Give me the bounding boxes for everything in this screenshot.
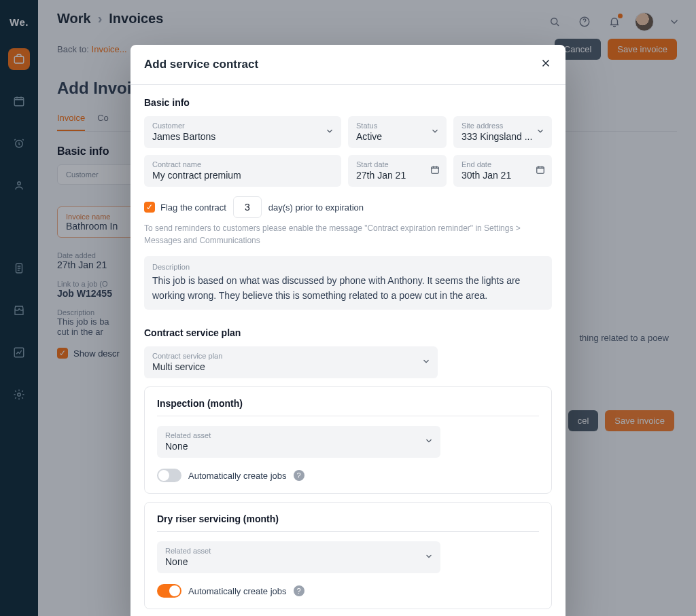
divider <box>157 531 539 532</box>
svg-rect-10 <box>537 166 544 173</box>
status-select[interactable]: Status Active <box>348 116 447 148</box>
customer-select-value: James Bartons <box>152 131 333 142</box>
related-asset-select-2[interactable]: Related asset None <box>157 541 440 573</box>
end-date-value: 30th Jan 21 <box>462 170 544 181</box>
chevron-down-icon <box>430 126 440 139</box>
add-service-contract-modal: Add service contract Basic info Customer… <box>130 45 566 616</box>
plan-card-inspection: Inspection (month) Related asset None Au… <box>144 386 552 494</box>
help-icon[interactable]: ? <box>294 585 304 596</box>
customer-select-label: Customer <box>152 122 333 130</box>
calendar-icon <box>536 165 545 177</box>
auto-create-jobs-label: Automatically create jobs <box>188 586 287 596</box>
svg-rect-9 <box>432 166 439 173</box>
status-select-value: Active <box>356 131 438 142</box>
service-plan-value: Multi service <box>152 361 430 372</box>
start-date-label: Start date <box>356 160 438 168</box>
service-plan-label: Contract service plan <box>152 352 430 360</box>
flag-contract-checkbox[interactable]: ✓ Flag the contract <box>144 202 226 213</box>
calendar-icon <box>430 165 440 177</box>
related-asset-label: Related asset <box>165 547 432 555</box>
flag-suffix: day(s) prior to expiration <box>268 202 364 213</box>
related-asset-value: None <box>165 441 432 452</box>
contract-name-input[interactable]: Contract name My contract premium <box>144 155 341 187</box>
basic-info-subheading: Basic info <box>144 97 552 108</box>
end-date-input[interactable]: End date 30th Jan 21 <box>453 155 552 187</box>
close-button[interactable] <box>540 57 552 72</box>
flag-contract-label: Flag the contract <box>160 202 226 213</box>
customer-select[interactable]: Customer James Bartons <box>144 116 341 148</box>
chevron-down-icon <box>421 357 431 369</box>
contract-name-value: My contract premium <box>152 170 333 181</box>
auto-create-jobs-toggle-2[interactable] <box>157 584 181 598</box>
help-icon[interactable]: ? <box>294 470 304 481</box>
end-date-label: End date <box>462 160 544 168</box>
modal-title: Add service contract <box>144 58 258 71</box>
auto-create-jobs-toggle-1[interactable] <box>157 469 181 482</box>
related-asset-label: Related asset <box>165 431 432 439</box>
checkmark-icon: ✓ <box>144 202 155 213</box>
description-textarea[interactable]: Description This job is based on what wa… <box>144 256 552 310</box>
plan-card-title: Dry riser servicing (month) <box>157 513 539 524</box>
close-icon <box>540 57 552 69</box>
chevron-down-icon <box>536 126 545 139</box>
contract-name-label: Contract name <box>152 160 333 168</box>
modal-overlay[interactable]: Add service contract Basic info Customer… <box>0 0 696 616</box>
description-textarea-value: This job is based on what was discussed … <box>152 274 544 303</box>
related-asset-select-1[interactable]: Related asset None <box>157 426 440 458</box>
chevron-down-icon <box>424 551 434 564</box>
service-plan-select[interactable]: Contract service plan Multi service <box>144 346 438 378</box>
start-date-value: 27th Jan 21 <box>356 170 438 181</box>
description-textarea-label: Description <box>152 263 544 271</box>
chevron-down-icon <box>424 436 434 448</box>
chevron-down-icon <box>325 126 334 139</box>
flag-days-input[interactable]: 3 <box>233 196 262 218</box>
auto-create-jobs-label: Automatically create jobs <box>188 471 287 481</box>
start-date-input[interactable]: Start date 27th Jan 21 <box>348 155 447 187</box>
site-address-value: 333 Kingsland ... <box>462 131 544 142</box>
site-address-select[interactable]: Site address 333 Kingsland ... <box>453 116 552 148</box>
contract-service-plan-heading: Contract service plan <box>144 327 552 338</box>
reminder-hint: To send reminders to customers please en… <box>144 222 552 247</box>
status-select-label: Status <box>356 122 438 130</box>
divider <box>157 416 539 416</box>
plan-card-title: Inspection (month) <box>157 398 539 409</box>
related-asset-value: None <box>165 556 432 567</box>
plan-card-dry-riser: Dry riser servicing (month) Related asse… <box>144 502 552 609</box>
site-address-label: Site address <box>462 122 544 130</box>
